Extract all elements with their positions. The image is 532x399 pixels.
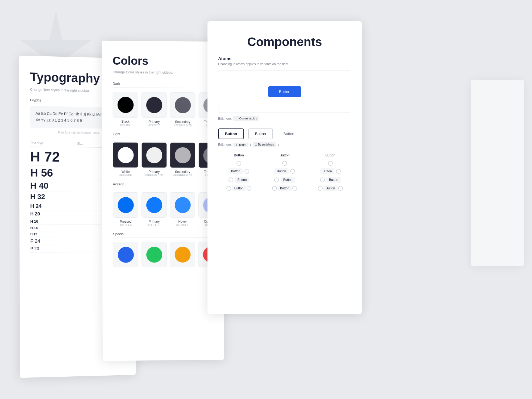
button-outline-light[interactable]: Button [248, 128, 273, 139]
edit-height-row: Edit here: ↕ Height ( ⊡ By paddings ) [218, 142, 351, 147]
swatch-white-hex: #FFFFFF [113, 174, 138, 177]
colors-title: Colors [113, 54, 214, 68]
swatch-dark-secondary-hex: #272937 0.75 [170, 124, 195, 127]
swatch-special-yellow-circle [174, 247, 190, 263]
radio-circle[interactable] [228, 177, 233, 182]
swatch-accent-pressed-container [113, 192, 138, 218]
radio-col-3: Button Button Button Button [310, 153, 351, 191]
style-h56-name: H 56 [30, 167, 92, 179]
radio-item: Button [320, 168, 341, 174]
button-variants-row: Button Button Button [218, 128, 351, 139]
swatch-accent-hover: Hover #2F8CFE [170, 192, 195, 227]
swatch-accent-pressed-hex: #016EF4 [113, 223, 138, 227]
padding-icon: ⊡ [255, 143, 257, 146]
swatch-accent-hover-circle [174, 197, 190, 213]
swatch-white-name: White [113, 170, 138, 173]
swatch-accent-pressed-circle [118, 197, 134, 213]
swatch-accent-hover-container [170, 192, 195, 218]
swatch-black-container [113, 92, 138, 118]
radio-grid: Button Button Button Button Button [218, 153, 351, 191]
swatch-dark-primary: Primary #272937 [142, 92, 167, 127]
radio-item: Button [272, 185, 297, 191]
swatch-light-primary-hex: #FFFFFF 0.93 [142, 174, 167, 177]
components-title: Components [218, 35, 351, 49]
paddings-badge: ( [250, 143, 251, 147]
swatch-white-circle [118, 147, 134, 163]
radio-circle[interactable] [320, 177, 325, 182]
swatch-light-primary-container [142, 142, 167, 168]
radio-circle[interactable] [247, 186, 251, 191]
atoms-section: Atoms Changing in atoms applies to varia… [218, 56, 351, 121]
swatch-accent-pressed: Pressed #016EF4 [113, 192, 138, 227]
style-h12-name: H 12 [30, 232, 92, 236]
radio-circle[interactable] [274, 177, 279, 182]
radio-col3-header: Button [325, 153, 335, 157]
radio-circle[interactable] [290, 169, 295, 174]
primary-button[interactable]: Button [268, 86, 301, 97]
radio-btn-label: Button [235, 177, 250, 183]
style-h14-name: H 14 [30, 226, 92, 230]
swatch-dark-primary-hex: #272937 [142, 123, 167, 127]
radio-col2-header: Button [280, 153, 290, 157]
radio-item: Button [318, 185, 343, 191]
swatch-dark-secondary-name: Secondary [170, 120, 195, 124]
edit-height-label: Edit here: [218, 143, 232, 147]
swatch-accent-hover-hex: #2F8CFE [170, 223, 195, 227]
style-h24-name: H 24 [30, 203, 92, 209]
swatch-dark-secondary: Secondary #272937 0.75 [170, 92, 195, 127]
radio-circle[interactable] [226, 186, 231, 191]
radio-btn-label: Button [274, 168, 289, 174]
radio-circle[interactable] [236, 161, 241, 166]
swatch-white: White #FFFFFF [113, 142, 138, 177]
swatch-special-blue [113, 242, 138, 269]
swatch-special-yellow [170, 242, 195, 269]
corner-radius-icon: ⌒ [235, 117, 238, 120]
radio-btn-label: Button [228, 168, 243, 174]
light-swatches: White #FFFFFF Primary #FFFFFF 0.93 Secon… [113, 142, 214, 177]
radio-btn-label: Button [326, 177, 341, 183]
radio-item [282, 161, 287, 166]
button-preview-box: Button [218, 70, 351, 113]
swatch-black-circle [117, 97, 134, 113]
by-paddings-label: ⊡ By paddings [253, 142, 276, 147]
radio-circle[interactable] [282, 161, 287, 166]
style-h72-name: H 72 [30, 149, 92, 165]
button-ghost[interactable]: Button [277, 129, 301, 139]
radio-item: Button [320, 177, 341, 183]
radio-circle[interactable] [244, 169, 249, 174]
swatch-light-primary-circle [146, 147, 162, 163]
colors-subtitle: Change Color styles in the right sidebar [113, 70, 214, 75]
radio-btn-label: Button [277, 185, 292, 191]
atoms-subtitle: Changing in atoms applies to variants on… [218, 62, 351, 66]
swatch-special-blue-container [113, 242, 138, 267]
colors-card: Colors Change Color styles in the right … [102, 41, 225, 361]
swatch-black: Black #000000 [113, 92, 138, 127]
special-section-label: Special [113, 232, 214, 238]
radio-col-1: Button Button Button Button [218, 153, 260, 191]
button-outline-dark[interactable]: Button [218, 128, 244, 139]
radio-item: Button [226, 185, 252, 191]
radio-circle[interactable] [292, 186, 297, 191]
swatch-accent-primary-circle [146, 197, 162, 213]
radio-circle[interactable] [338, 186, 343, 191]
swatch-white-container [113, 142, 138, 168]
swatch-accent-hover-name: Hover [170, 220, 195, 223]
height-icon: ↕ [235, 143, 237, 146]
swatch-accent-primary-hex: #0F7AFE [142, 223, 167, 227]
style-h32-name: H 32 [30, 193, 92, 201]
radio-btn-label: Button [320, 168, 335, 174]
radio-btn-label: Button [323, 185, 338, 191]
swatch-accent-primary-name: Primary [142, 220, 167, 223]
radio-col-2: Button Button Button Button [264, 153, 305, 191]
swatch-black-hex: #000000 [113, 123, 138, 127]
radio-circle[interactable] [336, 169, 341, 174]
style-h20-name: H 20 [30, 211, 92, 217]
radio-circle[interactable] [328, 161, 333, 166]
radio-circle[interactable] [272, 186, 277, 191]
swatch-special-green-circle [146, 247, 162, 263]
swatch-special-yellow-container [170, 242, 195, 267]
radio-circle[interactable] [318, 186, 323, 191]
special-swatches [113, 242, 214, 269]
swatch-special-green [142, 242, 167, 269]
swatch-light-secondary-container [170, 142, 195, 168]
